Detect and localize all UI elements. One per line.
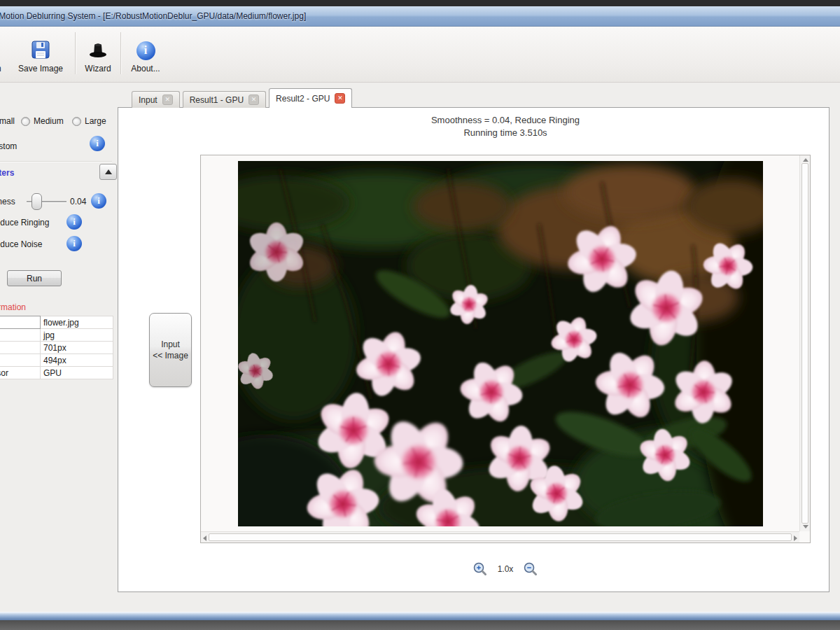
radio-custom[interactable]: Custom xyxy=(0,141,17,151)
info-value-cell: GPU xyxy=(41,367,113,379)
tab-result2-gpu[interactable]: Result2 - GPU xyxy=(269,88,352,108)
zoom-controls: 1.0x xyxy=(200,561,811,577)
radio-small-label: Small xyxy=(0,116,15,126)
reduce-noise-info-icon[interactable] xyxy=(66,236,82,251)
tab-bar: Input Result1 - GPU Result2 - GPU xyxy=(132,88,355,108)
radio-large-icon[interactable] xyxy=(72,117,81,126)
sidebar-divider xyxy=(0,161,112,162)
open-image-button[interactable]: Open xyxy=(0,30,8,76)
about-info-icon xyxy=(136,41,155,60)
run-button[interactable]: Run xyxy=(7,270,62,286)
table-row: 494px xyxy=(0,354,113,367)
main-content: Small Medium Large Custom Parameters Smo… xyxy=(0,83,840,612)
caption-line2: Running time 3.510s xyxy=(200,127,811,139)
table-row: jpg xyxy=(0,329,113,342)
table-row: 701px xyxy=(0,342,113,354)
chevron-up-icon xyxy=(105,169,112,174)
table-row: Processor GPU xyxy=(0,367,113,379)
table-row: flower.jpg xyxy=(0,316,113,329)
info-label-cell xyxy=(0,354,41,367)
titlebar[interactable]: Robust Motion Deblurring System - [E:/Ro… xyxy=(0,6,840,27)
about-label: About... xyxy=(131,64,160,74)
horizontal-scroll-thumb[interactable] xyxy=(209,533,792,541)
scroll-up-icon[interactable] xyxy=(803,158,808,162)
vertical-scroll-thumb[interactable] xyxy=(802,163,808,524)
info-label-cell xyxy=(0,342,41,354)
compare-button-line1: Input xyxy=(161,339,180,350)
compare-input-button[interactable]: Input << Image xyxy=(149,313,192,387)
information-header: Information xyxy=(0,302,26,312)
save-image-button[interactable]: Save Image xyxy=(10,30,71,76)
wizard-label: Wizard xyxy=(85,64,111,74)
reduce-noise-label: Reduce Noise xyxy=(0,239,42,249)
image-info-table: flower.jpg jpg 701px 494px Processor GPU xyxy=(0,316,113,379)
radio-medium-label: Medium xyxy=(34,116,64,126)
custom-info-icon[interactable] xyxy=(90,136,105,151)
collapse-parameters-button[interactable] xyxy=(99,164,117,180)
info-label-cell xyxy=(0,329,41,342)
toolbar-separator xyxy=(75,32,76,74)
screen-top-strip xyxy=(0,0,840,6)
smoothness-slider-handle[interactable] xyxy=(31,193,42,210)
smoothness-info-icon[interactable] xyxy=(91,193,106,209)
compare-button-line2: << Image xyxy=(153,350,188,361)
close-icon[interactable] xyxy=(248,94,259,105)
radio-custom-label: Custom xyxy=(0,141,17,151)
toolbar-separator xyxy=(120,32,121,74)
open-image-label: Open xyxy=(0,64,1,74)
folder-icon xyxy=(0,41,1,60)
close-icon[interactable] xyxy=(162,94,173,105)
zoom-out-icon[interactable] xyxy=(523,561,538,577)
radio-medium[interactable]: Medium xyxy=(21,116,64,126)
info-value-cell: 701px xyxy=(41,342,113,354)
window-title: Robust Motion Deblurring System - [E:/Ro… xyxy=(0,11,306,21)
sidebar: Small Medium Large Custom Parameters Smo… xyxy=(0,83,118,612)
tab-result1-gpu[interactable]: Result1 - GPU xyxy=(183,91,266,108)
radio-large-label: Large xyxy=(85,116,106,126)
image-viewport[interactable] xyxy=(200,155,811,543)
radio-large[interactable]: Large xyxy=(72,116,106,126)
scroll-right-icon[interactable] xyxy=(794,536,797,541)
result-caption: Smoothness = 0.04, Reduce Ringing Runnin… xyxy=(200,114,811,139)
smoothness-value: 0.04 xyxy=(70,197,86,206)
radio-medium-icon[interactable] xyxy=(21,117,30,126)
floppy-disk-icon xyxy=(30,39,51,60)
tab-label: Input xyxy=(139,95,158,105)
app-window: Robust Motion Deblurring System - [E:/Ro… xyxy=(0,6,840,620)
tab-input[interactable]: Input xyxy=(132,91,180,108)
smoothness-label: Smoothness xyxy=(0,197,15,206)
zoom-in-icon[interactable] xyxy=(472,561,488,577)
photo-wrap xyxy=(201,155,799,531)
window-bottom-border xyxy=(0,612,840,620)
tab-label: Result2 - GPU xyxy=(276,94,330,104)
zoom-level: 1.0x xyxy=(498,564,514,574)
scroll-left-icon[interactable] xyxy=(203,536,206,541)
info-value-cell: jpg xyxy=(41,329,113,342)
about-button[interactable]: About... xyxy=(125,30,166,76)
caption-line1: Smoothness = 0.04, Reduce Ringing xyxy=(200,114,811,127)
info-label-cell: Processor xyxy=(0,367,41,379)
reduce-ringing-label: Reduce Ringing xyxy=(0,218,49,227)
tab-label: Result1 - GPU xyxy=(190,95,244,105)
horizontal-scrollbar[interactable] xyxy=(201,531,799,542)
screen-bottom-strip xyxy=(0,620,840,630)
result-tab-panel: Smoothness = 0.04, Reduce Ringing Runnin… xyxy=(118,107,830,592)
wizard-hat-icon xyxy=(88,39,108,60)
info-value-cell: flower.jpg xyxy=(41,316,113,329)
run-button-label: Run xyxy=(27,274,42,284)
flower-photo xyxy=(238,161,763,526)
close-icon[interactable] xyxy=(335,93,345,104)
save-image-label: Save Image xyxy=(18,64,63,74)
wizard-button[interactable]: Wizard xyxy=(80,30,116,76)
info-value-cell: 494px xyxy=(41,354,113,367)
scroll-down-icon[interactable] xyxy=(803,525,808,528)
toolbar: Open Save Image Wizard xyxy=(0,27,840,83)
radio-small[interactable]: Small xyxy=(0,116,15,126)
parameters-header: Parameters xyxy=(0,168,14,178)
vertical-scrollbar[interactable] xyxy=(799,155,810,531)
info-label-cell xyxy=(0,316,41,329)
reduce-ringing-info-icon[interactable] xyxy=(66,214,82,230)
